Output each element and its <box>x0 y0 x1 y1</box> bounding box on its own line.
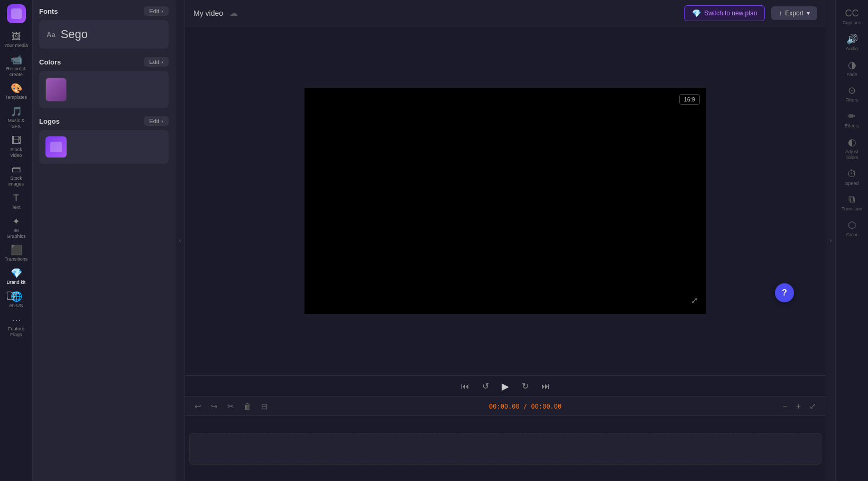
fullscreen-button[interactable]: ⤢ <box>689 293 700 308</box>
stock-video-icon: 🎞 <box>12 136 21 145</box>
font-card: Aa Sego <box>39 20 169 49</box>
timeline-empty-track <box>189 433 821 465</box>
collapse-panel-handle[interactable]: ‹ <box>176 0 185 481</box>
transition-icon: ⧉ <box>848 195 855 204</box>
left-sidebar: 🖼Your media📹Record & create🎨Templates🎵Mu… <box>0 0 33 481</box>
color-icon: ⬡ <box>848 220 856 230</box>
effects-icon: ✏ <box>848 112 856 121</box>
sidebar-item-graphics[interactable]: ✦88 Graphics <box>2 214 31 243</box>
brand-kit-icon: 💎 <box>11 269 22 278</box>
fonts-section: Fonts Edit › Aa Sego <box>39 6 169 49</box>
right-sidebar-label-captions: Captions <box>843 20 862 26</box>
sidebar-item-label-your-media: Your media <box>4 43 28 49</box>
export-icon: ↑ <box>779 10 782 17</box>
right-sidebar-item-audio[interactable]: 🔊Audio <box>838 30 866 56</box>
sidebar-item-music-sfx[interactable]: 🎵Music & SFX <box>2 104 31 133</box>
gem-icon: 💎 <box>692 9 701 17</box>
right-sidebar-label-effects: Effects <box>845 123 859 129</box>
playback-controls: ⏮ ↺ ▶ ↻ ⏭ ? <box>185 375 826 396</box>
cut-button[interactable]: ✂ <box>224 400 237 413</box>
right-sidebar-item-speed[interactable]: ⏱Speed <box>838 165 866 191</box>
right-sidebar-item-adjust-colors[interactable]: ◐Adjust colors <box>838 133 866 165</box>
fonts-title: Fonts <box>39 7 58 15</box>
colors-section: Colors Edit › <box>39 57 169 108</box>
chevron-right-icon: › <box>161 59 163 65</box>
undo-button[interactable]: ↩ <box>191 400 205 413</box>
skip-to-end-button[interactable]: ⏭ <box>539 380 552 393</box>
help-button[interactable]: ? <box>775 283 794 302</box>
sidebar-item-transitions[interactable]: ⬛Transitions <box>2 242 31 265</box>
split-button[interactable]: ⊟ <box>258 400 271 413</box>
preview-area: 16:9 ⤢ <box>185 26 826 375</box>
fade-icon: ◑ <box>848 60 856 70</box>
colors-edit-button[interactable]: Edit › <box>144 57 169 67</box>
right-sidebar-label-audio: Audio <box>846 46 858 52</box>
logos-edit-button[interactable]: Edit › <box>144 116 169 126</box>
right-sidebar-label-filters: Filters <box>845 97 858 103</box>
sidebar-item-templates[interactable]: 🎨Templates <box>2 80 31 104</box>
feature-flags-icon: ⋯ <box>12 315 21 325</box>
chevron-left-icon: ‹ <box>179 237 181 244</box>
skip-to-start-button[interactable]: ⏮ <box>459 380 472 393</box>
sidebar-item-en-us[interactable]: 🌐en-US <box>2 289 31 312</box>
sidebar-item-stock-video[interactable]: 🎞Stock video <box>2 133 31 162</box>
right-sidebar-item-effects[interactable]: ✏Effects <box>838 107 866 133</box>
sidebar-item-label-music-sfx: Music & SFX <box>4 118 29 130</box>
right-sidebar-item-filters[interactable]: ⊙Filters <box>838 81 866 107</box>
delete-button[interactable]: 🗑 <box>241 400 255 413</box>
sidebar-item-brand-kit[interactable]: 💎Brand kit☞ <box>2 265 31 289</box>
right-sidebar-item-captions[interactable]: CCCaptions <box>838 4 866 30</box>
font-aa-label: Aa <box>47 31 56 39</box>
upgrade-label: Switch to new plan <box>704 10 757 17</box>
fonts-edit-button[interactable]: Edit › <box>144 6 169 16</box>
upgrade-button[interactable]: 💎 Switch to new plan <box>684 5 765 21</box>
play-button[interactable]: ▶ <box>500 378 511 394</box>
speed-icon: ⏱ <box>847 169 857 179</box>
captions-icon: CC <box>845 8 859 18</box>
en-us-icon: 🌐 <box>11 292 22 301</box>
right-sidebar-item-color[interactable]: ⬡Color <box>838 216 866 242</box>
sidebar-item-label-stock-video: Stock video <box>4 147 29 159</box>
app-logo[interactable] <box>7 4 26 23</box>
chevron-right-icon: › <box>830 237 832 244</box>
right-sidebar-label-fade: Fade <box>846 72 857 78</box>
sidebar-item-your-media[interactable]: 🖼Your media <box>2 29 31 52</box>
timeline-track-area <box>185 416 826 481</box>
filters-icon: ⊙ <box>848 86 856 95</box>
zoom-in-button[interactable]: + <box>793 401 804 412</box>
fit-zoom-button[interactable]: ⤢ <box>806 400 819 412</box>
forward-button[interactable]: ↻ <box>520 379 531 393</box>
sidebar-item-text[interactable]: TText <box>2 190 31 214</box>
audio-icon: 🔊 <box>846 34 858 44</box>
export-chevron-icon: ▾ <box>807 10 810 17</box>
timeline-area: ↩ ↪ ✂ 🗑 ⊟ 00:00.00 / 00:00.00 − + ⤢ <box>185 396 826 481</box>
redo-button[interactable]: ↪ <box>208 400 221 413</box>
time-separator: / <box>523 403 531 410</box>
collapse-right-panel-handle[interactable]: › <box>826 0 835 481</box>
font-name-label: Sego <box>61 27 88 41</box>
right-sidebar-label-adjust-colors: Adjust colors <box>845 149 858 161</box>
rewind-button[interactable]: ↺ <box>480 379 491 393</box>
zoom-out-button[interactable]: − <box>779 401 790 412</box>
export-button[interactable]: ↑ Export ▾ <box>771 6 817 20</box>
sidebar-item-feature-flags[interactable]: ⋯Feature Flags <box>2 312 31 341</box>
project-name: My video <box>193 9 223 17</box>
record-create-icon: 📹 <box>11 55 22 64</box>
text-icon: T <box>13 193 19 203</box>
sidebar-item-record-create[interactable]: 📹Record & create <box>2 52 31 81</box>
sidebar-item-stock-images[interactable]: 🗃Stock images <box>2 161 31 190</box>
sidebar-item-label-record-create: Record & create <box>6 66 26 78</box>
templates-icon: 🎨 <box>11 84 22 93</box>
sidebar-item-label-brand-kit: Brand kit <box>7 280 26 285</box>
export-label: Export <box>785 10 804 17</box>
sidebar-item-label-en-us: en-US <box>10 303 23 309</box>
current-time: 00:00.00 <box>489 403 520 410</box>
brand-kit-panel: Fonts Edit › Aa Sego Colors Edit › Logos <box>33 0 176 481</box>
sidebar-item-label-transitions: Transitions <box>5 256 28 262</box>
total-time: 00:00.00 <box>531 403 562 410</box>
logo-card <box>39 130 169 164</box>
right-sidebar-item-fade[interactable]: ◑Fade <box>838 56 866 82</box>
aspect-ratio-badge[interactable]: 16:9 <box>679 94 700 105</box>
transitions-icon: ⬛ <box>11 245 22 255</box>
right-sidebar-item-transition[interactable]: ⧉Transition <box>838 190 866 216</box>
